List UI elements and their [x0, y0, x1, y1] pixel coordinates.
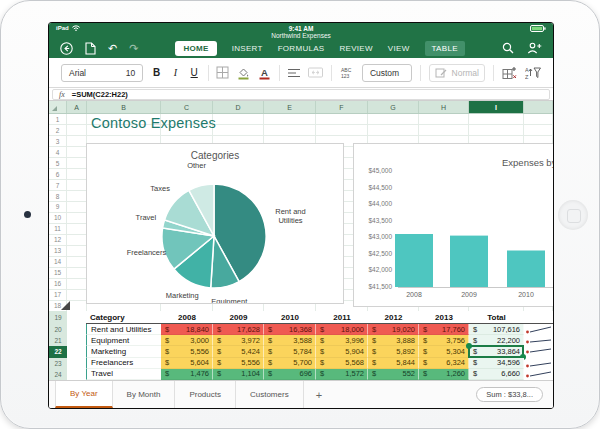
table-cell-2008-travel[interactable]: $1,476 — [161, 369, 213, 380]
insert-delete-cells-icon[interactable] — [502, 66, 517, 80]
merge-cells-icon[interactable] — [308, 67, 323, 78]
underline-button[interactable]: U — [189, 67, 200, 78]
select-all-corner[interactable] — [49, 101, 67, 113]
sparkline-cell[interactable] — [524, 369, 553, 380]
share-person-add-icon[interactable] — [527, 42, 542, 54]
row-header-24[interactable]: 24 — [49, 369, 67, 380]
row-header-11[interactable]: 11 — [49, 223, 66, 234]
table-row-category[interactable]: Freelancers — [86, 358, 161, 369]
grid-cell-empty[interactable] — [67, 358, 86, 369]
table-row-category[interactable]: Travel — [86, 369, 161, 380]
sort-filter-icon[interactable]: AZ — [525, 66, 541, 80]
pie-chart-card[interactable]: Rent andUtilitiesEquipmentMarketingFreel… — [86, 143, 344, 304]
table-cell-2011-rent-and-utilities[interactable]: $18,000 — [316, 324, 368, 335]
bar-2010[interactable] — [507, 251, 545, 288]
column-header-g[interactable]: G — [368, 101, 419, 113]
table-cell-2010-equipment[interactable]: $3,588 — [264, 335, 316, 346]
column-header-i[interactable]: I — [469, 101, 524, 113]
bar-chart[interactable]: $41,500$42,000$42,500$43,000$43,500$44,0… — [354, 144, 553, 306]
row-header-9[interactable]: 9 — [49, 202, 66, 213]
bar-2008[interactable] — [395, 234, 433, 287]
row-header-3[interactable]: 3 — [49, 136, 66, 147]
grid-cell-empty[interactable] — [67, 369, 86, 380]
column-header-h[interactable]: H — [419, 101, 469, 113]
align-icon[interactable] — [288, 68, 300, 78]
row-header-8[interactable]: 8 — [49, 191, 66, 202]
table-cell-2009-rent-and-utilities[interactable]: $17,628 — [213, 324, 264, 335]
row-header-16[interactable]: 16 — [49, 278, 66, 289]
table-cell-2010-rent-and-utilities[interactable]: $16,368 — [264, 324, 316, 335]
tab-formulas[interactable]: FORMULAS — [278, 44, 325, 53]
row-header-2[interactable]: 2 — [49, 125, 66, 136]
grid-cell-empty[interactable] — [67, 324, 86, 335]
table-row-category[interactable]: Equipment — [86, 335, 161, 346]
tab-view[interactable]: VIEW — [388, 44, 410, 53]
table-cell-2008-marketing[interactable]: $5,556 — [161, 346, 213, 357]
table-cell-2012-rent-and-utilities[interactable]: $19,020 — [368, 324, 419, 335]
row-header-14[interactable]: 14 — [49, 256, 66, 267]
table-cell-2013-marketing[interactable]: $5,304 — [419, 346, 469, 357]
sparkline-cell[interactable] — [524, 358, 553, 369]
sparkline-cell[interactable] — [524, 346, 553, 357]
sheet-tab-customers[interactable]: Customers — [236, 381, 304, 408]
table-header-total[interactable]: Total — [469, 311, 524, 324]
cell-style-selector[interactable]: Normal — [429, 64, 486, 82]
table-cell-2009-equipment[interactable]: $3,972 — [213, 335, 264, 346]
table-cell-2009-freelancers[interactable]: $5,556 — [213, 358, 264, 369]
bold-button[interactable]: B — [151, 67, 162, 78]
table-row-category[interactable]: Marketing — [86, 346, 161, 357]
grid-cell-empty[interactable] — [67, 335, 86, 346]
table-header-2011[interactable]: 2011 — [316, 311, 368, 324]
table-cell-total-equipment[interactable]: $22,200 — [469, 335, 524, 346]
table-cell-total-freelancers[interactable]: $34,596 — [469, 358, 524, 369]
back-icon[interactable] — [60, 42, 73, 55]
table-cell-2010-marketing[interactable]: $5,784 — [264, 346, 316, 357]
table-cell-2013-travel[interactable]: $1,260 — [419, 369, 469, 380]
column-header-a[interactable]: A — [67, 101, 87, 113]
sheet-grid[interactable]: 123456789101112131415161718 Contoso Expe… — [49, 114, 553, 311]
table-cell-2008-equipment[interactable]: $3,000 — [161, 335, 213, 346]
redo-icon[interactable]: ↷ — [129, 43, 138, 54]
formula-input[interactable]: fx =SUM(C22:H22) — [52, 89, 550, 100]
row-header-4[interactable]: 4 — [49, 147, 66, 158]
row-header-1[interactable]: 1 — [49, 114, 66, 125]
table-cell-2009-marketing[interactable]: $5,424 — [213, 346, 264, 357]
table-cell-2012-equipment[interactable]: $3,888 — [368, 335, 419, 346]
row-header-21[interactable]: 21 — [49, 335, 67, 346]
table-cell-total-marketing[interactable]: $33,864 — [469, 346, 524, 357]
table-cell-2011-travel[interactable]: $1,572 — [316, 369, 368, 380]
row-header-10[interactable]: 10 — [49, 212, 66, 223]
table-cell-2013-equipment[interactable]: $3,756 — [419, 335, 469, 346]
row-header-23[interactable]: 23 — [49, 358, 67, 369]
column-header-c[interactable]: C — [161, 101, 213, 113]
bar-chart-card[interactable]: Expenses by Year $41,500$42,000$42,500$4… — [353, 143, 553, 307]
italic-button[interactable]: I — [170, 67, 181, 78]
tab-insert[interactable]: INSERT — [232, 44, 263, 53]
table-cell-2008-rent-and-utilities[interactable]: $18,840 — [161, 324, 213, 335]
table-cell-total-travel[interactable]: $6,660 — [469, 369, 524, 380]
undo-icon[interactable]: ↶ — [108, 43, 117, 54]
sparkline-cell[interactable] — [524, 324, 553, 335]
home-button[interactable] — [558, 200, 588, 230]
table-cell-total-rent-and-utilities[interactable]: $107,616 — [469, 324, 524, 335]
row-header-12[interactable]: 12 — [49, 234, 66, 245]
table-cell-2011-equipment[interactable]: $3,996 — [316, 335, 368, 346]
row-header-6[interactable]: 6 — [49, 169, 66, 180]
row-header-19[interactable]: 19 — [49, 311, 67, 324]
column-header-e[interactable]: E — [264, 101, 316, 113]
font-selector[interactable]: Arial 10 — [61, 64, 143, 82]
table-cell-2013-rent-and-utilities[interactable]: $17,760 — [419, 324, 469, 335]
tab-review[interactable]: REVIEW — [340, 44, 373, 53]
font-color-icon[interactable]: A — [258, 66, 271, 80]
table-header-2008[interactable]: 2008 — [161, 311, 213, 324]
table-cell-2010-travel[interactable]: $696 — [264, 369, 316, 380]
table-header-2013[interactable]: 2013 — [419, 311, 469, 324]
bar-2009[interactable] — [450, 236, 488, 287]
sum-indicator[interactable]: Sum : $33,8... — [476, 387, 543, 402]
grid-cell-empty[interactable] — [524, 311, 553, 324]
table-cell-2012-marketing[interactable]: $5,892 — [368, 346, 419, 357]
row-header-17[interactable]: 17 — [49, 289, 66, 300]
table-cell-2009-travel[interactable]: $1,104 — [213, 369, 264, 380]
row-header-15[interactable]: 15 — [49, 267, 66, 278]
row-header-5[interactable]: 5 — [49, 158, 66, 169]
